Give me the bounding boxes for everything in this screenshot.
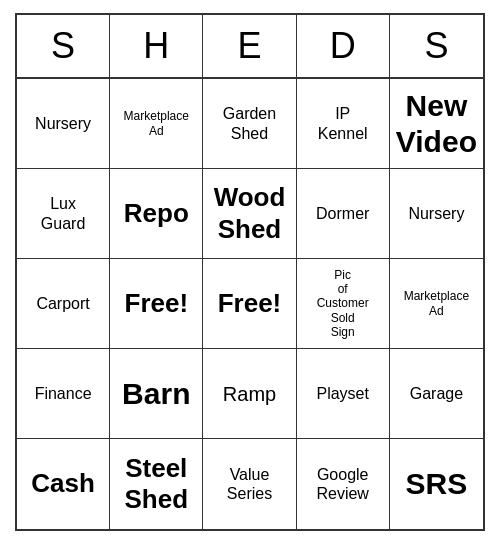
cell-text-3-4: Garage [410, 384, 463, 403]
cell-text-0-4: NewVideo [396, 88, 477, 160]
cell-text-4-0: Cash [31, 468, 95, 499]
header-letter-E-2: E [203, 15, 296, 77]
cell-4-0: Cash [17, 439, 110, 529]
cell-text-4-3: GoogleReview [316, 465, 368, 503]
cell-3-4: Garage [390, 349, 483, 439]
cell-text-3-1: Barn [122, 376, 190, 412]
bingo-grid: NurseryMarketplaceAdGardenShedIPKennelNe… [17, 79, 483, 529]
bingo-header: SHEDS [17, 15, 483, 79]
cell-text-3-0: Finance [35, 384, 92, 403]
cell-text-4-1: SteelShed [125, 453, 189, 515]
bingo-card: SHEDS NurseryMarketplaceAdGardenShedIPKe… [15, 13, 485, 531]
cell-0-0: Nursery [17, 79, 110, 169]
cell-4-4: SRS [390, 439, 483, 529]
cell-2-0: Carport [17, 259, 110, 349]
cell-1-3: Dormer [297, 169, 390, 259]
cell-4-3: GoogleReview [297, 439, 390, 529]
cell-text-3-2: Ramp [223, 382, 276, 406]
cell-text-1-0: LuxGuard [41, 194, 85, 232]
cell-3-1: Barn [110, 349, 203, 439]
cell-text-2-0: Carport [36, 294, 89, 313]
cell-0-2: GardenShed [203, 79, 296, 169]
cell-text-2-3: PicofCustomerSoldSign [317, 268, 369, 340]
cell-4-1: SteelShed [110, 439, 203, 529]
cell-text-1-4: Nursery [408, 204, 464, 223]
cell-text-1-3: Dormer [316, 204, 369, 223]
cell-4-2: ValueSeries [203, 439, 296, 529]
cell-3-3: Playset [297, 349, 390, 439]
cell-1-4: Nursery [390, 169, 483, 259]
cell-text-0-3: IPKennel [318, 104, 368, 142]
cell-text-4-4: SRS [406, 466, 468, 502]
cell-text-4-2: ValueSeries [227, 465, 272, 503]
cell-0-4: NewVideo [390, 79, 483, 169]
cell-text-0-2: GardenShed [223, 104, 276, 142]
cell-3-2: Ramp [203, 349, 296, 439]
cell-0-3: IPKennel [297, 79, 390, 169]
cell-text-0-1: MarketplaceAd [124, 109, 189, 138]
cell-2-3: PicofCustomerSoldSign [297, 259, 390, 349]
cell-text-1-2: WoodShed [214, 182, 286, 244]
cell-1-0: LuxGuard [17, 169, 110, 259]
header-letter-H-1: H [110, 15, 203, 77]
header-letter-S-4: S [390, 15, 483, 77]
cell-1-2: WoodShed [203, 169, 296, 259]
cell-1-1: Repo [110, 169, 203, 259]
cell-text-2-2: Free! [218, 288, 282, 319]
cell-2-1: Free! [110, 259, 203, 349]
header-letter-S-0: S [17, 15, 110, 77]
header-letter-D-3: D [297, 15, 390, 77]
cell-3-0: Finance [17, 349, 110, 439]
cell-text-0-0: Nursery [35, 114, 91, 133]
cell-0-1: MarketplaceAd [110, 79, 203, 169]
cell-text-1-1: Repo [124, 198, 189, 229]
cell-text-3-3: Playset [316, 384, 368, 403]
cell-text-2-1: Free! [125, 288, 189, 319]
cell-2-4: MarketplaceAd [390, 259, 483, 349]
cell-text-2-4: MarketplaceAd [404, 289, 469, 318]
cell-2-2: Free! [203, 259, 296, 349]
